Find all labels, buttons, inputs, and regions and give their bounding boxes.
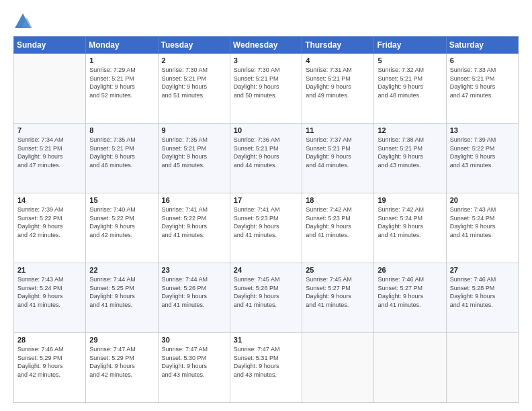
day-info: Sunrise: 7:36 AM Sunset: 5:21 PM Dayligh… [234,136,298,169]
calendar-cell: 18Sunrise: 7:42 AM Sunset: 5:23 PM Dayli… [302,193,374,263]
calendar-cell: 30Sunrise: 7:47 AM Sunset: 5:30 PM Dayli… [158,333,230,403]
day-info: Sunrise: 7:38 AM Sunset: 5:21 PM Dayligh… [378,136,442,169]
day-info: Sunrise: 7:30 AM Sunset: 5:21 PM Dayligh… [234,66,298,99]
calendar-cell: 1Sunrise: 7:29 AM Sunset: 5:21 PM Daylig… [86,54,158,124]
calendar-cell: 4Sunrise: 7:31 AM Sunset: 5:21 PM Daylig… [302,54,374,124]
day-number: 4 [306,56,370,64]
day-number: 26 [378,266,442,274]
day-number: 17 [234,196,298,204]
day-number: 23 [162,266,226,274]
calendar-cell: 28Sunrise: 7:46 AM Sunset: 5:29 PM Dayli… [14,333,86,403]
calendar-cell [14,54,86,124]
calendar-cell [446,333,518,403]
day-info: Sunrise: 7:30 AM Sunset: 5:21 PM Dayligh… [162,66,226,99]
day-info: Sunrise: 7:44 AM Sunset: 5:26 PM Dayligh… [162,275,226,309]
day-number: 10 [234,126,298,134]
header [13,12,519,31]
calendar-cell: 29Sunrise: 7:47 AM Sunset: 5:29 PM Dayli… [86,333,158,403]
day-number: 14 [17,196,82,204]
calendar-cell: 17Sunrise: 7:41 AM Sunset: 5:23 PM Dayli… [230,193,302,263]
day-info: Sunrise: 7:42 AM Sunset: 5:23 PM Dayligh… [306,205,370,239]
calendar-cell: 5Sunrise: 7:32 AM Sunset: 5:21 PM Daylig… [374,54,446,124]
day-info: Sunrise: 7:31 AM Sunset: 5:21 PM Dayligh… [306,66,370,99]
calendar-cell: 8Sunrise: 7:35 AM Sunset: 5:21 PM Daylig… [86,124,158,193]
calendar-cell: 20Sunrise: 7:43 AM Sunset: 5:24 PM Dayli… [446,193,518,263]
calendar-cell: 12Sunrise: 7:38 AM Sunset: 5:21 PM Dayli… [374,124,446,193]
calendar-cell: 24Sunrise: 7:45 AM Sunset: 5:26 PM Dayli… [230,263,302,333]
day-info: Sunrise: 7:39 AM Sunset: 5:22 PM Dayligh… [450,136,515,169]
day-number: 6 [450,56,515,64]
week-row-3: 14Sunrise: 7:39 AM Sunset: 5:22 PM Dayli… [14,193,519,263]
day-number: 24 [234,266,298,274]
col-header-friday: Friday [374,37,446,54]
day-info: Sunrise: 7:32 AM Sunset: 5:21 PM Dayligh… [378,66,442,99]
week-row-5: 28Sunrise: 7:46 AM Sunset: 5:29 PM Dayli… [14,333,519,403]
week-row-1: 1Sunrise: 7:29 AM Sunset: 5:21 PM Daylig… [14,54,519,124]
day-number: 30 [162,336,226,344]
day-info: Sunrise: 7:33 AM Sunset: 5:21 PM Dayligh… [450,66,515,99]
day-number: 18 [306,196,370,204]
day-number: 27 [450,266,515,274]
week-row-2: 7Sunrise: 7:34 AM Sunset: 5:21 PM Daylig… [14,124,519,193]
logo [13,12,35,31]
day-info: Sunrise: 7:47 AM Sunset: 5:31 PM Dayligh… [234,345,298,379]
calendar-cell: 16Sunrise: 7:41 AM Sunset: 5:22 PM Dayli… [158,193,230,263]
day-number: 1 [89,56,154,64]
calendar-cell: 2Sunrise: 7:30 AM Sunset: 5:21 PM Daylig… [158,54,230,124]
day-info: Sunrise: 7:46 AM Sunset: 5:28 PM Dayligh… [450,275,515,309]
day-info: Sunrise: 7:44 AM Sunset: 5:25 PM Dayligh… [89,275,154,309]
day-number: 28 [17,336,82,344]
day-info: Sunrise: 7:42 AM Sunset: 5:24 PM Dayligh… [378,205,442,239]
calendar-cell: 23Sunrise: 7:44 AM Sunset: 5:26 PM Dayli… [158,263,230,333]
day-info: Sunrise: 7:39 AM Sunset: 5:22 PM Dayligh… [17,205,82,239]
day-info: Sunrise: 7:37 AM Sunset: 5:21 PM Dayligh… [306,136,370,169]
col-header-wednesday: Wednesday [230,37,302,54]
calendar-cell: 31Sunrise: 7:47 AM Sunset: 5:31 PM Dayli… [230,333,302,403]
day-number: 25 [306,266,370,274]
calendar-cell: 10Sunrise: 7:36 AM Sunset: 5:21 PM Dayli… [230,124,302,193]
day-number: 15 [89,196,154,204]
calendar-cell: 14Sunrise: 7:39 AM Sunset: 5:22 PM Dayli… [14,193,86,263]
calendar-cell: 7Sunrise: 7:34 AM Sunset: 5:21 PM Daylig… [14,124,86,193]
calendar-cell: 13Sunrise: 7:39 AM Sunset: 5:22 PM Dayli… [446,124,518,193]
day-info: Sunrise: 7:29 AM Sunset: 5:21 PM Dayligh… [89,66,154,99]
day-number: 7 [17,126,82,134]
day-number: 5 [378,56,442,64]
day-info: Sunrise: 7:34 AM Sunset: 5:21 PM Dayligh… [17,136,82,169]
day-info: Sunrise: 7:46 AM Sunset: 5:29 PM Dayligh… [17,345,82,379]
day-number: 31 [234,336,298,344]
calendar-cell: 15Sunrise: 7:40 AM Sunset: 5:22 PM Dayli… [86,193,158,263]
day-number: 20 [450,196,515,204]
calendar-cell: 19Sunrise: 7:42 AM Sunset: 5:24 PM Dayli… [374,193,446,263]
page: SundayMondayTuesdayWednesdayThursdayFrid… [0,0,532,411]
calendar-table: SundayMondayTuesdayWednesdayThursdayFrid… [13,36,519,403]
calendar-cell: 26Sunrise: 7:46 AM Sunset: 5:27 PM Dayli… [374,263,446,333]
day-number: 21 [17,266,82,274]
day-info: Sunrise: 7:45 AM Sunset: 5:27 PM Dayligh… [306,275,370,309]
calendar-cell: 11Sunrise: 7:37 AM Sunset: 5:21 PM Dayli… [302,124,374,193]
col-header-tuesday: Tuesday [158,37,230,54]
day-info: Sunrise: 7:41 AM Sunset: 5:22 PM Dayligh… [162,205,226,239]
day-info: Sunrise: 7:45 AM Sunset: 5:26 PM Dayligh… [234,275,298,309]
day-info: Sunrise: 7:43 AM Sunset: 5:24 PM Dayligh… [17,275,82,309]
day-number: 12 [378,126,442,134]
day-number: 19 [378,196,442,204]
day-number: 11 [306,126,370,134]
calendar-cell: 22Sunrise: 7:44 AM Sunset: 5:25 PM Dayli… [86,263,158,333]
calendar-cell [374,333,446,403]
logo-icon [13,12,32,31]
day-info: Sunrise: 7:41 AM Sunset: 5:23 PM Dayligh… [234,205,298,239]
day-number: 16 [162,196,226,204]
day-number: 29 [89,336,154,344]
header-row: SundayMondayTuesdayWednesdayThursdayFrid… [14,37,519,54]
day-info: Sunrise: 7:47 AM Sunset: 5:29 PM Dayligh… [89,345,154,379]
col-header-saturday: Saturday [446,37,518,54]
day-number: 2 [162,56,226,64]
day-info: Sunrise: 7:46 AM Sunset: 5:27 PM Dayligh… [378,275,442,309]
col-header-thursday: Thursday [302,37,374,54]
day-number: 22 [89,266,154,274]
day-number: 9 [162,126,226,134]
calendar-cell: 25Sunrise: 7:45 AM Sunset: 5:27 PM Dayli… [302,263,374,333]
day-number: 13 [450,126,515,134]
calendar-cell: 21Sunrise: 7:43 AM Sunset: 5:24 PM Dayli… [14,263,86,333]
